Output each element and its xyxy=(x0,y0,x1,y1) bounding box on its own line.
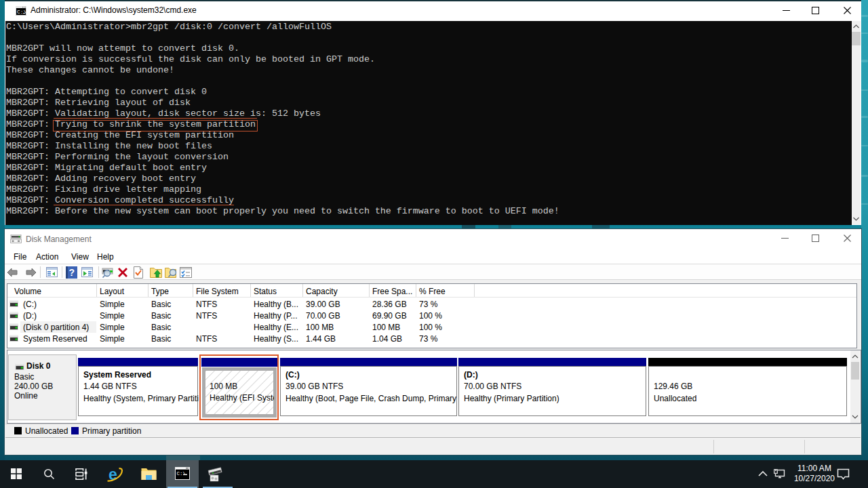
svg-text:C:\: C:\ xyxy=(17,9,26,15)
svg-text:?: ? xyxy=(69,267,75,278)
svg-text:C:\: C:\ xyxy=(177,471,186,476)
